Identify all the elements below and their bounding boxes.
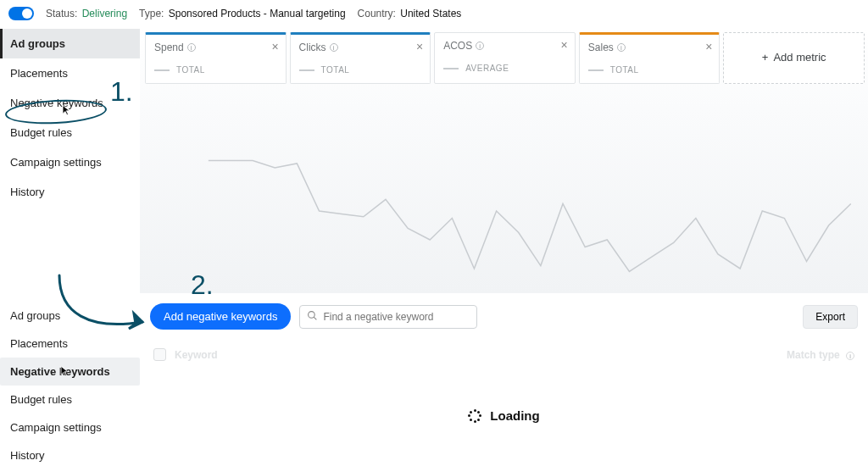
sidebar-item-label: Placements: [10, 67, 68, 80]
sidebar-item-campaign-settings[interactable]: Campaign settings: [0, 413, 140, 441]
sidebar-upper: Ad groups Placements Negative keywords B…: [0, 29, 140, 293]
metric-card-acos[interactable]: ACOSi × AVERAGE: [434, 32, 576, 84]
column-matchtype[interactable]: Match type i: [787, 349, 854, 361]
metric-sub: AVERAGE: [465, 64, 509, 73]
close-icon[interactable]: ×: [561, 38, 568, 52]
sidebar-item-label: Campaign settings: [10, 421, 102, 434]
spinner-icon: [468, 409, 481, 423]
action-bar: Add negative keywords Export: [150, 303, 858, 330]
metric-cards: Spendi × TOTAL Clicksi × TOTAL ACOSi × A…: [145, 32, 865, 84]
sidebar-item-label: Budget rules: [10, 126, 72, 139]
add-metric-button[interactable]: + Add metric: [723, 32, 865, 84]
sidebar-item-history[interactable]: History: [0, 177, 140, 207]
country-label: Country:: [358, 8, 396, 19]
country-value: United States: [400, 8, 461, 19]
sidebar-item-budget-rules[interactable]: Budget rules: [0, 386, 140, 413]
dash-icon: [588, 69, 604, 71]
status-toggle[interactable]: [8, 7, 34, 20]
sidebar-item-label: History: [10, 449, 44, 462]
main-panel: Spendi × TOTAL Clicksi × TOTAL ACOSi × A…: [140, 29, 868, 293]
metric-card-spend[interactable]: Spendi × TOTAL: [145, 32, 287, 84]
plus-icon: +: [762, 51, 769, 64]
dash-icon: [443, 68, 459, 69]
metric-title: Sales: [588, 42, 614, 53]
add-metric-label: Add metric: [773, 51, 826, 64]
status-value: Delivering: [82, 8, 127, 19]
table-header: Keyword Match type i: [150, 343, 858, 366]
loading-indicator: Loading: [150, 408, 858, 423]
cursor-icon: [59, 365, 68, 374]
country-kv: Country: United States: [358, 8, 462, 19]
export-button[interactable]: Export: [803, 305, 858, 329]
sidebar-item-label: Ad groups: [10, 37, 65, 50]
sidebar-item-budget-rules[interactable]: Budget rules: [0, 118, 140, 147]
dash-icon: [299, 69, 314, 71]
sidebar-item-ad-groups[interactable]: Ad groups: [0, 302, 140, 330]
cursor-icon: [61, 104, 73, 119]
close-icon[interactable]: ×: [271, 40, 278, 53]
sidebar-item-history[interactable]: History: [0, 441, 140, 466]
metric-title: Clicks: [299, 42, 326, 53]
metric-sub: TOTAL: [321, 65, 350, 75]
select-all-checkbox[interactable]: [153, 348, 166, 361]
info-icon[interactable]: i: [187, 43, 196, 52]
metric-title: Spend: [154, 42, 184, 53]
search-input[interactable]: [323, 311, 470, 323]
svg-point-0: [309, 311, 315, 318]
sidebar-item-placements[interactable]: Placements: [0, 330, 140, 358]
loading-text: Loading: [490, 408, 539, 423]
sidebar-item-label: Placements: [10, 337, 68, 350]
sidebar-item-negative-keywords[interactable]: Negative keywords: [0, 358, 140, 386]
sidebar-item-ad-groups[interactable]: Ad groups: [0, 29, 140, 58]
dash-icon: [154, 69, 170, 71]
sidebar-item-placements[interactable]: Placements: [0, 58, 140, 88]
negative-keywords-panel: Add negative keywords Export Keyword Mat…: [140, 293, 868, 466]
metric-title: ACOS: [443, 40, 472, 52]
add-negative-keywords-button[interactable]: Add negative keywords: [150, 303, 291, 330]
info-icon[interactable]: i: [330, 43, 338, 52]
type-value: Sponsored Products - Manual targeting: [169, 8, 346, 19]
sidebar-item-label: Budget rules: [10, 393, 72, 406]
svg-line-1: [314, 317, 317, 319]
trend-chart: [140, 132, 868, 293]
metric-card-sales[interactable]: Salesi × TOTAL: [579, 32, 721, 84]
info-icon: i: [846, 352, 854, 360]
status-row: Status: Delivering Type: Sponsored Produ…: [0, 0, 868, 29]
column-keyword[interactable]: Keyword: [175, 349, 218, 361]
metric-sub: TOTAL: [176, 65, 205, 75]
metric-sub: TOTAL: [610, 65, 639, 75]
sidebar-lower: Ad groups Placements Negative keywords B…: [0, 293, 140, 466]
metric-card-clicks[interactable]: Clicksi × TOTAL: [290, 32, 431, 84]
sidebar-item-label: Ad groups: [10, 309, 60, 322]
close-icon[interactable]: ×: [705, 40, 712, 53]
sidebar-item-campaign-settings[interactable]: Campaign settings: [0, 147, 140, 177]
info-icon[interactable]: i: [476, 42, 484, 50]
close-icon[interactable]: ×: [416, 40, 423, 53]
status-kv: Status: Delivering: [46, 8, 127, 19]
sidebar-item-label: History: [10, 186, 44, 198]
search-icon: [307, 310, 318, 324]
type-kv: Type: Sponsored Products - Manual target…: [139, 8, 346, 19]
info-icon[interactable]: i: [617, 43, 626, 52]
type-label: Type:: [139, 8, 164, 19]
sidebar-item-label: Campaign settings: [10, 156, 102, 169]
status-label: Status:: [46, 8, 77, 19]
search-input-wrapper[interactable]: [299, 305, 477, 329]
sidebar-item-label: Negative keywords: [10, 97, 103, 109]
